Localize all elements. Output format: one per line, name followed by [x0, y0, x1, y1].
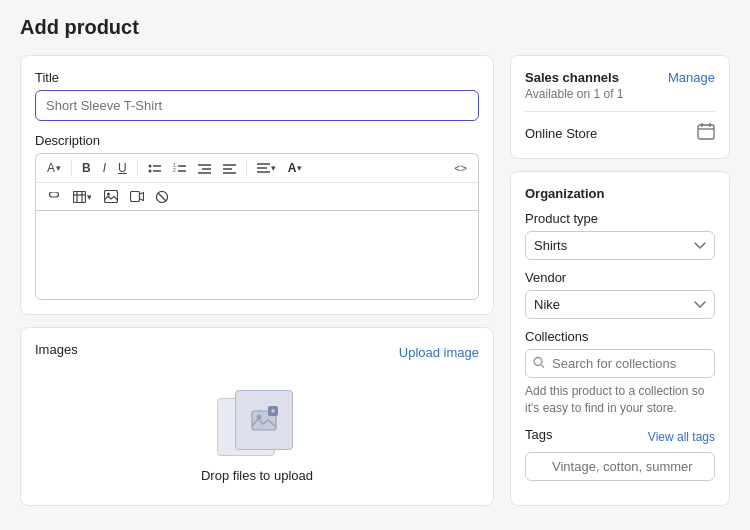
bold-button[interactable]: B: [77, 158, 96, 178]
online-store-label: Online Store: [525, 126, 597, 141]
tags-header: Tags View all tags: [525, 427, 715, 447]
drop-area[interactable]: Drop files to upload: [35, 374, 479, 491]
page-title: Add product: [20, 16, 730, 39]
link-button[interactable]: [42, 189, 66, 205]
svg-point-35: [534, 357, 542, 365]
svg-point-22: [107, 193, 110, 196]
sales-channels-subtitle: Available on 1 of 1: [525, 87, 624, 101]
description-label: Description: [35, 133, 479, 148]
svg-line-25: [158, 193, 166, 201]
manage-link[interactable]: Manage: [668, 70, 715, 85]
code-button[interactable]: <>: [449, 159, 472, 177]
title-label: Title: [35, 70, 479, 85]
table-button[interactable]: ▾: [68, 188, 97, 206]
video-button[interactable]: [125, 188, 149, 205]
sales-channels-title: Sales channels: [525, 70, 624, 85]
clear-format-button[interactable]: [151, 188, 173, 206]
title-card: Title Description A ▾ B I U: [20, 55, 494, 315]
tags-group: Tags View all tags: [525, 427, 715, 481]
tags-label: Tags: [525, 427, 552, 442]
calendar-icon[interactable]: [697, 122, 715, 144]
toolbar-separator-2: [137, 160, 138, 176]
ordered-list-button[interactable]: 1.2.: [168, 159, 191, 178]
indent-right-button[interactable]: [218, 159, 241, 178]
svg-rect-17: [74, 191, 86, 202]
svg-text:2.: 2.: [173, 167, 177, 173]
upload-image-link[interactable]: Upload image: [399, 345, 479, 360]
color-button[interactable]: A ▾: [283, 158, 308, 178]
svg-line-36: [542, 365, 545, 368]
sales-channels-card: Sales channels Available on 1 of 1 Manag…: [510, 55, 730, 159]
svg-rect-23: [131, 192, 140, 202]
product-type-select[interactable]: Shirts Pants Accessories: [525, 231, 715, 260]
images-label: Images: [35, 342, 78, 357]
image-button[interactable]: [99, 187, 123, 206]
organization-card: Organization Product type Shirts Pants A…: [510, 171, 730, 506]
image-placeholder: [217, 390, 297, 460]
collections-label: Collections: [525, 329, 715, 344]
indent-left-button[interactable]: [193, 159, 216, 178]
collections-search-input[interactable]: [525, 349, 715, 378]
collections-search-wrapper: [525, 349, 715, 378]
italic-button[interactable]: I: [98, 158, 111, 178]
svg-rect-31: [698, 125, 714, 139]
photo-front: [235, 390, 293, 450]
description-editor[interactable]: [35, 210, 479, 300]
vendor-label: Vendor: [525, 270, 715, 285]
svg-point-0: [148, 164, 151, 167]
product-type-group: Product type Shirts Pants Accessories: [525, 211, 715, 260]
organization-title: Organization: [525, 186, 715, 201]
drop-label: Drop files to upload: [201, 468, 313, 483]
title-input[interactable]: [35, 90, 479, 121]
view-all-tags-link[interactable]: View all tags: [648, 430, 715, 444]
toolbar-separator: [71, 160, 72, 176]
collections-group: Collections Add this product to a collec…: [525, 329, 715, 417]
svg-rect-21: [105, 191, 118, 203]
search-icon: [533, 356, 545, 371]
toolbar-row-1: A ▾ B I U 1.2.: [36, 154, 478, 183]
toolbar-row-2: ▾: [36, 183, 478, 210]
align-button[interactable]: ▾: [252, 159, 281, 178]
online-store-row: Online Store: [525, 122, 715, 144]
product-type-label: Product type: [525, 211, 715, 226]
vendor-select[interactable]: Nike Adidas Puma: [525, 290, 715, 319]
unordered-list-button[interactable]: [143, 159, 166, 178]
collections-hint: Add this product to a collection so it's…: [525, 383, 715, 417]
vendor-group: Vendor Nike Adidas Puma: [525, 270, 715, 319]
font-button[interactable]: A ▾: [42, 158, 66, 178]
images-card: Images Upload image: [20, 327, 494, 506]
description-toolbar: A ▾ B I U 1.2.: [35, 153, 479, 210]
svg-point-2: [148, 169, 151, 172]
toolbar-separator-3: [246, 160, 247, 176]
underline-button[interactable]: U: [113, 158, 132, 178]
tags-input[interactable]: [525, 452, 715, 481]
divider: [525, 111, 715, 112]
